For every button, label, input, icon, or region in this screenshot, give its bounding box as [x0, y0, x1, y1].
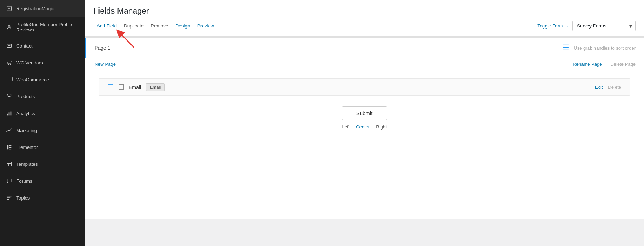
sidebar-item-elementor[interactable]: Elementor	[0, 139, 85, 156]
pages-row: New Page Rename Page Delete Page	[85, 58, 644, 71]
sidebar-item-label: WooCommerce	[16, 77, 49, 82]
forums-icon	[6, 177, 13, 184]
align-row: Left Center Right	[342, 124, 387, 130]
sidebar-item-products[interactable]: Products	[0, 88, 85, 105]
svg-point-3	[8, 64, 9, 65]
field-drag-icon[interactable]: ☰	[108, 83, 114, 91]
page-label: Page 1	[95, 45, 110, 51]
svg-rect-8	[11, 112, 12, 116]
svg-point-1	[8, 25, 10, 27]
design-button[interactable]: Design	[172, 22, 194, 30]
svg-rect-10	[7, 145, 9, 150]
sidebar-item-profilegrid[interactable]: ProfileGrid Member Profile Reviews	[0, 17, 85, 37]
page-title: Fields Manager	[93, 6, 636, 16]
sidebar-item-label: Contact	[16, 43, 33, 49]
registration-magic-icon	[6, 5, 13, 12]
remove-button[interactable]: Remove	[147, 22, 172, 30]
sidebar-item-woocommerce[interactable]: WooCommerce	[0, 71, 85, 88]
sidebar: RegistrationMagic ProfileGrid Member Pro…	[0, 0, 85, 246]
duplicate-button[interactable]: Duplicate	[120, 22, 147, 30]
sidebar-item-analytics[interactable]: Analytics	[0, 105, 85, 122]
sidebar-item-label: Products	[16, 94, 35, 99]
svg-rect-5	[6, 77, 12, 81]
field-badge: Email	[146, 83, 165, 91]
delete-page-button[interactable]: Delete Page	[610, 62, 636, 67]
sidebar-item-topics[interactable]: Topics	[0, 189, 85, 206]
contact-icon	[6, 42, 13, 49]
products-icon	[6, 93, 13, 100]
field-actions: Edit Delete	[595, 84, 621, 90]
templates-icon	[6, 160, 13, 168]
svg-rect-14	[7, 162, 12, 166]
sidebar-item-label: Topics	[16, 195, 30, 201]
sidebar-item-label: Forums	[16, 178, 32, 184]
align-center-button[interactable]: Center	[356, 124, 370, 130]
grab-handle-area: ☰ Use grab handles to sort order	[562, 43, 636, 52]
sidebar-item-label: WC Vendors	[16, 60, 43, 65]
sidebar-item-label: ProfileGrid Member Profile Reviews	[16, 22, 79, 32]
align-left-button[interactable]: Left	[342, 124, 350, 130]
form-select[interactable]: Survey Forms	[572, 21, 636, 31]
rename-page-button[interactable]: Rename Page	[573, 62, 602, 67]
submit-area: Submit Left Center Right	[85, 106, 644, 130]
svg-rect-7	[9, 112, 10, 115]
svg-point-9	[6, 131, 7, 132]
preview-button[interactable]: Preview	[194, 22, 218, 30]
topics-icon	[6, 194, 13, 201]
sidebar-item-forums[interactable]: Forums	[0, 172, 85, 189]
svg-point-4	[10, 64, 11, 65]
toggle-form-area: Toggle Form → Survey Forms ▾	[537, 21, 636, 31]
form-canvas: Page 1 ☰ Use grab handles to sort order …	[85, 36, 644, 219]
wc-vendors-icon	[6, 59, 13, 66]
add-field-button[interactable]: Add Field	[93, 22, 120, 30]
toggle-form-label: Toggle Form →	[537, 23, 569, 29]
svg-rect-2	[7, 44, 12, 48]
sidebar-item-label: Templates	[16, 162, 38, 167]
woocommerce-icon	[6, 76, 13, 83]
field-delete-button[interactable]: Delete	[608, 84, 621, 90]
sidebar-item-registration-magic[interactable]: RegistrationMagic	[0, 0, 85, 17]
svg-rect-12	[9, 147, 11, 148]
content-area: Page 1 ☰ Use grab handles to sort order …	[85, 36, 644, 246]
svg-rect-13	[9, 149, 11, 150]
svg-rect-11	[9, 145, 11, 146]
sidebar-item-wc-vendors[interactable]: WC Vendors	[0, 54, 85, 71]
sidebar-item-contact[interactable]: Contact	[0, 37, 85, 54]
grab-hint-text: Use grab handles to sort order	[574, 45, 636, 51]
marketing-icon	[6, 127, 13, 134]
sidebar-item-label: Elementor	[16, 145, 38, 150]
elementor-icon	[6, 144, 13, 151]
profilegrid-icon	[6, 24, 13, 31]
analytics-icon	[6, 110, 13, 117]
toolbar-row: Add Field Duplicate Remove Design Previe…	[93, 21, 636, 31]
field-label: Email	[129, 84, 141, 90]
sidebar-item-label: Analytics	[16, 111, 35, 116]
new-page-button[interactable]: New Page	[95, 62, 116, 67]
sidebar-item-label: Marketing	[16, 128, 37, 133]
sidebar-item-templates[interactable]: Templates	[0, 156, 85, 172]
sidebar-item-marketing[interactable]: Marketing	[0, 122, 85, 139]
field-checkbox[interactable]	[119, 84, 124, 90]
toolbar: Add Field Duplicate Remove Design Previe…	[93, 21, 636, 31]
sidebar-item-label: RegistrationMagic	[16, 6, 54, 11]
page-header-row: Page 1 ☰ Use grab handles to sort order	[85, 38, 644, 58]
field-edit-button[interactable]: Edit	[595, 84, 603, 90]
form-select-wrapper: Survey Forms ▾	[572, 21, 636, 31]
align-right-button[interactable]: Right	[376, 124, 387, 130]
page-title-bar: Fields Manager Add Field Duplicate Remov…	[85, 0, 644, 36]
field-row: ☰ Email Email Edit Delete	[99, 78, 630, 96]
svg-rect-6	[7, 114, 8, 115]
submit-button[interactable]: Submit	[342, 106, 387, 120]
grab-handle-icon[interactable]: ☰	[562, 43, 569, 52]
main-content: Fields Manager Add Field Duplicate Remov…	[85, 0, 644, 246]
